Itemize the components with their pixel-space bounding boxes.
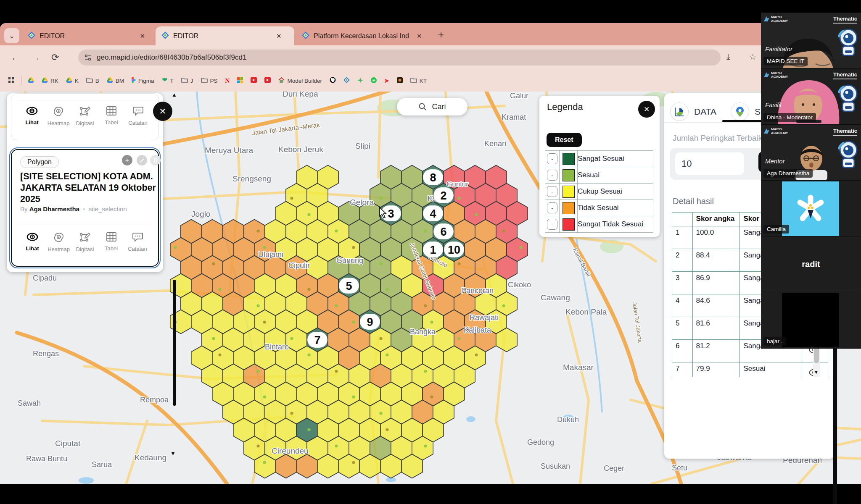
legend-minus-button[interactable]: - (547, 186, 557, 197)
scroll-up-icon[interactable]: ▲ (172, 92, 177, 98)
rank-marker-4[interactable]: 4 (423, 205, 443, 221)
rank-marker-9[interactable]: 9 (360, 314, 380, 330)
panel-close-button[interactable]: ✕ (153, 102, 172, 121)
rank-marker-2[interactable]: 2 (433, 187, 454, 203)
video-tile-hajar-[interactable]: hajar . (761, 292, 861, 348)
green-spark-icon (357, 77, 363, 84)
legend-minus-button[interactable]: - (547, 170, 557, 181)
legend-reset-button[interactable]: Reset (547, 133, 582, 147)
map-label: Makasar (563, 363, 594, 372)
video-tile-mapid-see-it[interactable]: MAPIDACADEMYThematicFasilitatorMAPID SEE… (761, 13, 861, 68)
address-bar[interactable]: geo.mapid.io/editor/68f4630b7b6af506bf3f… (78, 50, 721, 66)
tab-site[interactable]: SI (731, 102, 763, 121)
bookmark-item[interactable]: ➤ (381, 76, 392, 86)
bookmark-t[interactable]: T (159, 76, 177, 86)
netflix-icon: N (225, 77, 230, 84)
legend-label: Cukup Sesuai (578, 184, 653, 200)
folder-icon (86, 77, 93, 84)
bookmark-bm[interactable]: BM (104, 76, 127, 86)
tab-close-icon[interactable]: ✕ (274, 32, 284, 41)
action-tabel[interactable]: Tabel (98, 232, 124, 252)
add-button[interactable]: + (122, 155, 132, 165)
rank-marker-8[interactable]: 8 (423, 169, 443, 185)
bookmark-item[interactable] (25, 76, 37, 86)
bookmark-rk[interactable]: RK (39, 76, 61, 86)
bookmark-ps[interactable]: PS (198, 76, 221, 86)
map-search[interactable]: Cari (397, 98, 467, 116)
result-row[interactable]: 779.9Sesuai (672, 362, 828, 377)
legend-minus-button[interactable]: - (547, 219, 557, 230)
bookmark-item[interactable]: ✳ (368, 76, 380, 86)
rank-marker-10[interactable]: 10 (444, 242, 464, 257)
bookmark-b[interactable]: B (83, 76, 102, 86)
rank-marker-7[interactable]: 7 (307, 332, 327, 348)
reload-icon[interactable]: ⟳ (51, 52, 59, 63)
action-digitasi[interactable]: Digitasi (72, 232, 98, 252)
rank-count-input[interactable]: 10 (675, 152, 744, 175)
rank-marker-5[interactable]: 5 (339, 278, 359, 294)
bookmark-item[interactable] (234, 76, 246, 86)
catatan-icon (132, 232, 143, 244)
video-tile-radit[interactable]: radit (761, 236, 861, 292)
video-tile-dhina-moderator[interactable]: MAPIDACADEMYThematicFasilitDhina - Moder… (761, 68, 861, 124)
legend-close-button[interactable]: ✕ (638, 101, 655, 118)
bookmark-item[interactable] (327, 75, 339, 86)
action-catatan[interactable]: Catatan (124, 232, 151, 252)
video-tile-camilla[interactable]: Camilla (761, 181, 861, 236)
map-label: Sarua (92, 460, 112, 469)
legend-color-swatch (563, 153, 575, 165)
bookmark-figma[interactable]: Figma (129, 75, 157, 86)
delete-button[interactable] (150, 155, 161, 165)
action-label: Catatan (128, 246, 147, 252)
tab-editor-2[interactable]: EDITOR ✕ (156, 26, 294, 45)
bookmark-item[interactable] (248, 76, 260, 86)
tab-close-icon[interactable]: ✕ (415, 32, 424, 41)
bookmark-item[interactable] (354, 76, 366, 86)
table-scroll-down-icon[interactable]: ▼ (814, 370, 819, 375)
legend-minus-button[interactable]: - (547, 153, 557, 164)
tab-platform[interactable]: Platform Kecerdasan Lokasi Ind ✕ (296, 26, 433, 45)
action-label: Lihat (26, 245, 39, 252)
bookmark-item[interactable] (5, 75, 18, 87)
bookmark-item[interactable] (394, 76, 406, 86)
edit-button[interactable] (137, 155, 147, 165)
layers-panel: LihatHeatmapDigitasiTabelCatatan Polygon… (7, 93, 163, 272)
legend-row: -Cukup Sesuai (545, 184, 653, 200)
tab-search-button[interactable]: ⌄ (4, 28, 19, 43)
bookmark-j[interactable]: J (178, 76, 196, 86)
bookmark-k[interactable]: K (63, 76, 82, 86)
map-label: Bangka (410, 328, 436, 336)
tab-editor-1[interactable]: EDITOR ✕ (22, 26, 153, 45)
left-scrollbar-thumb[interactable] (173, 280, 176, 406)
rank-marker-6[interactable]: 6 (433, 223, 454, 239)
action-tabel[interactable]: Tabel (98, 106, 124, 126)
action-catatan[interactable]: Catatan (125, 106, 151, 126)
install-icon[interactable]: ⤓ (726, 52, 730, 61)
bookmark-kt[interactable]: KT (407, 76, 430, 86)
bookmark-item[interactable] (341, 75, 353, 86)
rank-cell: 7 (672, 362, 693, 377)
rank-cell: 6 (672, 340, 693, 362)
action-lihat[interactable]: Lihat (19, 232, 45, 252)
scroll-down-icon[interactable]: ▼ (170, 450, 176, 457)
new-tab-button[interactable]: + (438, 29, 444, 41)
polygon-layer-card[interactable]: Polygon + [SITE SELECTION] KOTA ADM. JAK… (11, 149, 159, 267)
bookmark-item[interactable]: N (222, 76, 233, 86)
action-lihat[interactable]: Lihat (19, 106, 45, 126)
action-heatmap[interactable]: Heatmap (45, 106, 71, 126)
forward-icon[interactable]: → (31, 52, 40, 63)
red-arrow-icon: ➤ (384, 77, 389, 84)
bookmark-model-builder[interactable]: Model Builder (275, 76, 325, 86)
action-label: Lihat (25, 119, 38, 126)
rank-marker-1[interactable]: 1 (423, 242, 443, 257)
action-heatmap[interactable]: Heatmap (46, 232, 72, 252)
legend-minus-button[interactable]: - (547, 202, 557, 213)
tab-close-icon[interactable]: ✕ (137, 32, 147, 41)
bookmark-star-icon[interactable]: ☆ (749, 52, 756, 62)
back-icon[interactable]: ← (11, 52, 20, 63)
video-tile-aga-dharmestha[interactable]: MAPIDACADEMYThematicMentorAga Dharmestha (761, 125, 861, 181)
tab-data[interactable]: DATA (670, 102, 716, 121)
bookmark-item[interactable] (261, 76, 274, 86)
layer-card-top[interactable]: LihatHeatmapDigitasiTabelCatatan (11, 93, 159, 140)
action-digitasi[interactable]: Digitasi (72, 106, 98, 126)
